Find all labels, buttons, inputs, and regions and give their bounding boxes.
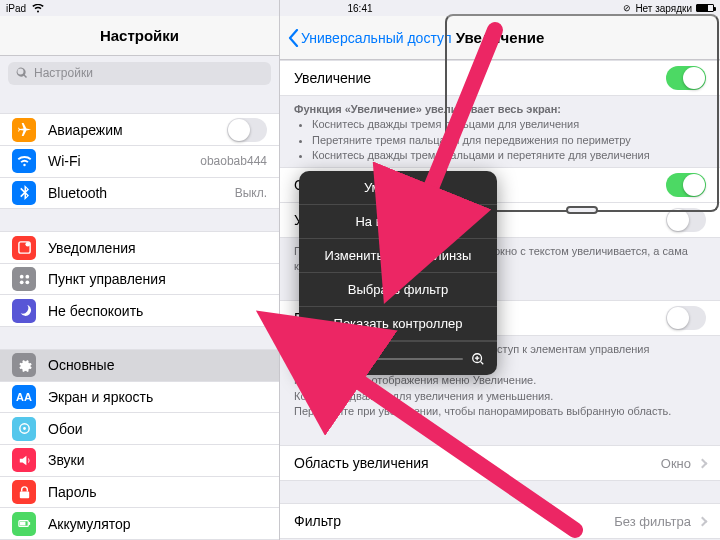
popover-item-zoom-out[interactable]: Уменьшить <box>299 171 497 205</box>
smart-typing-toggle[interactable] <box>666 208 706 232</box>
sidebar-item-wallpaper[interactable]: Обои <box>0 412 279 445</box>
notifications-icon <box>12 236 36 260</box>
zoom-popover: Уменьшить На весь экран Изменить размер … <box>299 171 497 375</box>
svg-line-14 <box>321 361 324 364</box>
svg-rect-8 <box>19 491 28 498</box>
airplane-icon <box>12 118 36 142</box>
sidebar-item-notifications[interactable]: Уведомления <box>0 231 279 264</box>
row-zoom-filter[interactable]: Фильтр Без фильтра <box>280 503 720 539</box>
wifi-icon <box>12 149 36 173</box>
zoom-out-icon <box>311 352 325 366</box>
clock: 16:41 <box>347 3 372 14</box>
search-input[interactable]: Настройки <box>8 62 271 85</box>
charge-status: Нет зарядки <box>635 3 692 14</box>
wallpaper-icon <box>12 417 36 441</box>
sidebar-title: Настройки <box>0 16 279 56</box>
chevron-right-icon <box>698 458 708 468</box>
popover-item-show-controller[interactable]: Показать контроллер <box>299 307 497 341</box>
row-zoom-region[interactable]: Область увеличения Окно <box>280 445 720 481</box>
back-button[interactable]: Универсальный доступ <box>280 29 460 47</box>
sidebar-item-passcode[interactable]: Пароль <box>0 476 279 509</box>
sidebar-item-control-center[interactable]: Пункт управления <box>0 263 279 296</box>
svg-rect-11 <box>19 522 25 526</box>
sounds-icon <box>12 448 36 472</box>
svg-rect-10 <box>28 522 29 525</box>
svg-point-2 <box>19 274 23 278</box>
battery-menu-icon <box>12 512 36 536</box>
sidebar: Настройки Настройки Авиарежим Wi-Fi obao… <box>0 0 280 540</box>
chevron-right-icon <box>698 516 708 526</box>
sidebar-item-display[interactable]: AA Экран и яркость <box>0 381 279 414</box>
status-bar: iPad 16:41 ⊘ Нет зарядки <box>0 0 720 16</box>
sidebar-item-bluetooth[interactable]: Bluetooth Выкл. <box>0 177 279 210</box>
search-icon <box>16 67 28 79</box>
svg-line-18 <box>481 361 484 364</box>
popover-item-resize-lens[interactable]: Изменить размер линзы <box>299 239 497 273</box>
sidebar-item-dnd[interactable]: Не беспокоить <box>0 294 279 327</box>
device-name: iPad <box>6 3 26 14</box>
page-title: Увеличение <box>456 29 545 46</box>
sidebar-item-airplane[interactable]: Авиарежим <box>0 113 279 146</box>
gear-icon <box>12 353 36 377</box>
display-icon: AA <box>12 385 36 409</box>
passcode-icon <box>12 480 36 504</box>
sidebar-item-sounds[interactable]: Звуки <box>0 444 279 477</box>
svg-point-1 <box>25 242 30 247</box>
show-controller-toggle[interactable] <box>666 306 706 330</box>
battery-icon <box>696 4 714 12</box>
zoom-in-icon <box>471 352 485 366</box>
sidebar-item-wifi[interactable]: Wi-Fi obaobab444 <box>0 145 279 178</box>
follow-focus-toggle[interactable] <box>666 173 706 197</box>
chevron-left-icon <box>288 29 299 47</box>
svg-point-4 <box>19 280 23 284</box>
detail-header: Универсальный доступ Увеличение <box>280 16 720 60</box>
bluetooth-icon <box>12 181 36 205</box>
zoom-toggle[interactable] <box>666 66 706 90</box>
svg-point-7 <box>23 427 26 430</box>
svg-point-5 <box>25 280 29 284</box>
airplane-toggle[interactable] <box>227 118 267 142</box>
popover-zoom-slider[interactable] <box>299 341 497 375</box>
row-zoom[interactable]: Увеличение <box>280 60 720 96</box>
popover-item-fullscreen[interactable]: На весь экран <box>299 205 497 239</box>
sidebar-item-battery[interactable]: Аккумулятор <box>0 507 279 540</box>
zoom-description: Функция «Увеличение» увеличивает весь эк… <box>280 96 720 168</box>
svg-point-3 <box>25 274 29 278</box>
control-center-icon <box>12 267 36 291</box>
sidebar-item-general[interactable]: Основные <box>0 349 279 382</box>
popover-item-choose-filter[interactable]: Выбрать фильтр <box>299 273 497 307</box>
wifi-icon <box>32 4 44 13</box>
dnd-icon <box>12 299 36 323</box>
